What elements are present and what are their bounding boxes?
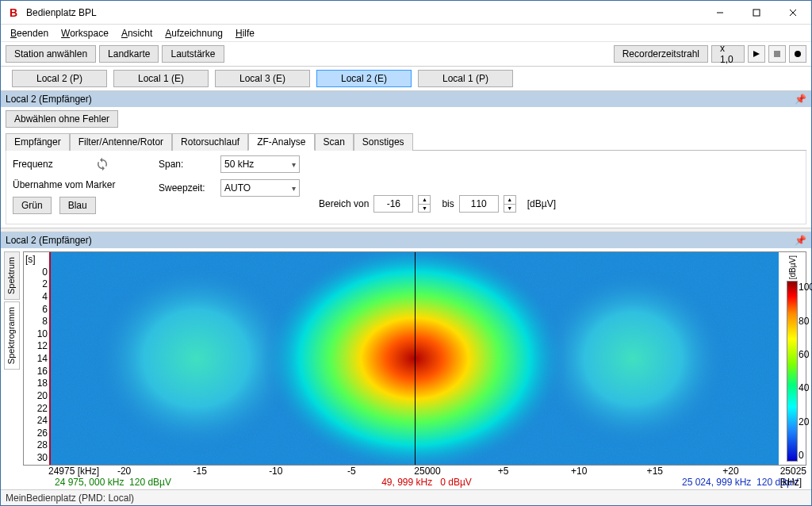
zf-form: Frequenz Übernahme vom Marker Grün Blau … bbox=[6, 151, 806, 224]
center-marker[interactable] bbox=[415, 252, 416, 465]
receiver-section-header: Local 2 (Empfänger) 📌 bbox=[1, 91, 811, 107]
statusbar: MeinBedienplatz (PMD: Local) bbox=[1, 489, 811, 505]
spectrogram-section-header: Local 2 (Empfänger) 📌 bbox=[1, 232, 811, 248]
y-axis-label: [s] bbox=[25, 254, 36, 265]
sidetab-spektrogramm[interactable]: Spektrogramm bbox=[4, 301, 20, 370]
recorder-timeline-button[interactable]: Recorderzeitstrahl bbox=[614, 45, 708, 63]
readout-left: 24 975, 000 kHz 120 dBµV bbox=[55, 477, 171, 488]
svg-marker-4 bbox=[753, 51, 760, 57]
range-to-input[interactable] bbox=[459, 195, 499, 213]
menu-workspace[interactable]: Workspace bbox=[55, 26, 115, 40]
chevron-down-icon: ▾ bbox=[292, 184, 296, 193]
select-station-button[interactable]: Station anwählen bbox=[6, 45, 96, 63]
spectrogram-plot[interactable]: [s] 0 2 4 6 8 10 12 14 16 18 20 22 24 bbox=[23, 251, 806, 466]
tab-zf-analyse[interactable]: ZF-Analyse bbox=[248, 133, 314, 151]
tab-empfaenger[interactable]: Empfänger bbox=[6, 133, 70, 151]
sweep-label: Sweepzeit: bbox=[159, 182, 216, 194]
svg-point-6 bbox=[795, 51, 801, 57]
stop-button[interactable] bbox=[768, 45, 786, 63]
span-select[interactable]: 50 kHz▾ bbox=[220, 155, 300, 173]
svg-rect-5 bbox=[774, 51, 780, 57]
sidetab-spektrum[interactable]: Spektrum bbox=[4, 251, 20, 300]
range-to-spin[interactable]: ▲▼ bbox=[504, 195, 516, 213]
tab-sonstiges[interactable]: Sonstiges bbox=[354, 133, 413, 151]
tab-rotorsuchlauf[interactable]: Rotorsuchlauf bbox=[172, 133, 248, 151]
span-label: Span: bbox=[159, 159, 216, 170]
minimize-button[interactable] bbox=[702, 1, 738, 25]
location-0[interactable]: Local 2 (P) bbox=[12, 70, 107, 87]
span-value: 50 kHz bbox=[224, 159, 254, 170]
maximize-button[interactable] bbox=[738, 1, 775, 25]
svg-rect-1 bbox=[753, 10, 760, 16]
spectrogram-panel: Spektrum Spektrogramm [s] 0 2 4 6 8 10 1… bbox=[1, 248, 811, 489]
range-from-spin[interactable]: ▲▼ bbox=[418, 195, 431, 213]
range-from-input[interactable] bbox=[373, 195, 413, 213]
y-axis: [s] 0 2 4 6 8 10 12 14 16 18 20 22 24 bbox=[24, 252, 49, 465]
speed-button[interactable]: x 1,0 bbox=[711, 45, 745, 63]
tab-filter[interactable]: Filter/Antenne/Rotor bbox=[70, 133, 172, 151]
marker-label: Übernahme vom Marker bbox=[13, 179, 140, 190]
blue-button[interactable]: Blau bbox=[59, 197, 96, 214]
green-button[interactable]: Grün bbox=[13, 197, 52, 214]
menubar: Beenden Workspace Ansicht Aufzeichnung H… bbox=[1, 25, 811, 42]
toolbar: Station anwählen Landkarte Lautstärke Re… bbox=[1, 42, 811, 67]
tab-scan[interactable]: Scan bbox=[315, 133, 354, 151]
deselect-button[interactable]: Abwählen ohne Fehler bbox=[6, 110, 118, 128]
freq-label: Frequenz bbox=[13, 159, 70, 170]
menu-ansicht[interactable]: Ansicht bbox=[115, 26, 159, 40]
range-to-label: bis bbox=[442, 198, 454, 209]
pin-icon[interactable]: 📌 bbox=[795, 94, 806, 105]
location-3[interactable]: Local 2 (E) bbox=[316, 70, 412, 87]
readouts: 24 975, 000 kHz 120 dBµV 49, 999 kHz 0 d… bbox=[23, 477, 806, 488]
colorbar-label: [dBµV] bbox=[788, 255, 797, 279]
sweep-select[interactable]: AUTO▾ bbox=[220, 179, 300, 197]
colorbar: [dBµV] 100 80 60 40 20 0 bbox=[779, 252, 806, 465]
location-2[interactable]: Local 3 (E) bbox=[215, 70, 310, 87]
titlebar: B Bedienplatz BPL bbox=[1, 1, 811, 25]
readout-center: 49, 999 kHz 0 dBµV bbox=[381, 477, 472, 488]
volume-button[interactable]: Lautstärke bbox=[162, 45, 224, 63]
chevron-down-icon: ▾ bbox=[292, 160, 296, 169]
x-axis: 24975 [kHz] -20 -15 -10 -5 25000 +5 +10 … bbox=[48, 466, 806, 477]
status-text: MeinBedienplatz (PMD: Local) bbox=[6, 493, 134, 504]
spectrogram-section-title: Local 2 (Empfänger) bbox=[6, 235, 92, 246]
receiver-section-title: Local 2 (Empfänger) bbox=[6, 94, 92, 105]
menu-aufzeichnung[interactable]: Aufzeichnung bbox=[159, 26, 229, 40]
receiver-tabs: Empfänger Filter/Antenne/Rotor Rotorsuch… bbox=[6, 132, 806, 151]
range-unit: [dBµV] bbox=[527, 198, 556, 209]
play-button[interactable] bbox=[748, 45, 765, 63]
pin-icon[interactable]: 📌 bbox=[795, 235, 806, 246]
location-4[interactable]: Local 1 (P) bbox=[418, 70, 513, 87]
app-icon: B bbox=[6, 6, 21, 19]
window-title: Bedienplatz BPL bbox=[26, 7, 97, 18]
range-from-label: Bereich von bbox=[319, 198, 369, 209]
menu-beenden[interactable]: Beenden bbox=[4, 26, 55, 40]
location-row: Local 2 (P) Local 1 (E) Local 3 (E) Loca… bbox=[1, 67, 811, 91]
receiver-panel: Abwählen ohne Fehler Empfänger Filter/An… bbox=[1, 107, 811, 228]
refresh-icon[interactable] bbox=[94, 155, 111, 173]
location-1[interactable]: Local 1 (E) bbox=[113, 70, 209, 87]
record-button[interactable] bbox=[789, 45, 806, 63]
map-button[interactable]: Landkarte bbox=[99, 45, 159, 63]
heatmap[interactable] bbox=[49, 252, 779, 465]
sweep-value: AUTO bbox=[224, 182, 251, 194]
close-button[interactable] bbox=[775, 1, 811, 25]
menu-hilfe[interactable]: Hilfe bbox=[229, 26, 261, 40]
side-tabs: Spektrum Spektrogramm bbox=[4, 251, 20, 488]
